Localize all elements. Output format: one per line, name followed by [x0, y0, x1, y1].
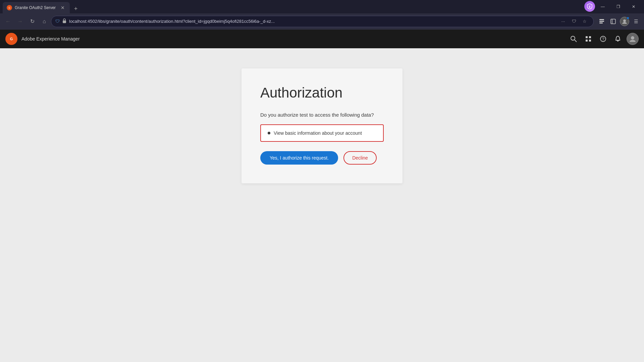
more-options-button[interactable]: ···: [558, 17, 568, 26]
reading-list-button[interactable]: [596, 16, 607, 27]
svg-rect-14: [586, 36, 588, 38]
svg-rect-17: [589, 40, 591, 42]
brave-shields-button[interactable]: 🛡: [569, 17, 579, 26]
home-button[interactable]: ⌂: [39, 16, 50, 27]
browser-window: G Granite OAuth2 Server ✕ + —: [0, 0, 644, 362]
minimize-button[interactable]: —: [595, 1, 610, 12]
svg-text:G: G: [10, 37, 13, 41]
shield-icon: 🛡: [55, 19, 60, 24]
brave-icon: [584, 1, 595, 12]
auth-title: Authorization: [260, 84, 384, 101]
address-bar-row: ← → ↻ ⌂ 🛡 localhost:4502/libs/granite/oa…: [0, 13, 644, 29]
svg-rect-4: [599, 19, 604, 20]
svg-rect-15: [589, 36, 591, 38]
aem-logo: G: [5, 33, 17, 45]
svg-rect-6: [599, 22, 603, 23]
maximize-button[interactable]: ❐: [610, 1, 626, 12]
search-icon[interactable]: [568, 33, 580, 45]
menu-button[interactable]: ☰: [631, 16, 641, 27]
profile-button[interactable]: [619, 16, 630, 27]
refresh-button[interactable]: ↻: [27, 16, 38, 27]
auth-card: Authorization Do you authorize test to a…: [241, 68, 402, 183]
svg-text:?: ?: [602, 37, 604, 42]
svg-point-20: [631, 36, 634, 40]
svg-point-12: [571, 36, 575, 40]
permission-bullet: [268, 132, 270, 134]
aem-nav-right: ?: [568, 33, 639, 45]
aem-navigation: G Adobe Experience Manager: [0, 29, 644, 48]
permission-text: View basic information about your accoun…: [274, 130, 362, 136]
auth-actions: Yes, I authorize this request. Decline: [260, 151, 384, 165]
forward-button[interactable]: →: [15, 16, 25, 27]
svg-rect-3: [63, 20, 66, 23]
svg-point-2: [589, 6, 590, 8]
address-actions: ··· 🛡 ☆: [558, 17, 589, 26]
close-button[interactable]: ✕: [626, 1, 641, 12]
window-controls: — ❐ ✕: [582, 1, 641, 12]
svg-point-9: [623, 19, 626, 22]
auth-question: Do you authorize test to access the foll…: [260, 112, 384, 118]
title-bar: G Granite OAuth2 Server ✕ + —: [0, 0, 644, 13]
url-text: localhost:4502/libs/granite/oauth/conten…: [69, 19, 556, 24]
tab-close-button[interactable]: ✕: [60, 5, 66, 11]
bookmark-button[interactable]: ☆: [580, 17, 589, 26]
active-tab[interactable]: G Granite OAuth2 Server ✕: [3, 2, 70, 13]
tab-favicon: G: [7, 5, 12, 10]
page-content: Authorization Do you authorize test to a…: [0, 48, 644, 362]
svg-rect-7: [611, 19, 615, 24]
address-bar[interactable]: 🛡 localhost:4502/libs/granite/oauth/cont…: [51, 16, 594, 27]
bell-icon[interactable]: [612, 33, 624, 45]
tab-area: G Granite OAuth2 Server ✕ +: [3, 0, 582, 13]
grid-icon[interactable]: [582, 33, 594, 45]
toolbar-right: ☰: [596, 16, 641, 27]
permission-item: View basic information about your accoun…: [268, 130, 376, 136]
aem-title: Adobe Experience Manager: [21, 36, 80, 42]
avatar[interactable]: [627, 33, 639, 45]
tab-title: Granite OAuth2 Server: [15, 5, 57, 10]
decline-button[interactable]: Decline: [343, 151, 377, 165]
authorize-button[interactable]: Yes, I authorize this request.: [260, 151, 338, 165]
help-icon[interactable]: ?: [597, 33, 609, 45]
back-button[interactable]: ←: [3, 16, 13, 27]
svg-text:G: G: [8, 7, 10, 9]
permissions-box: View basic information about your accoun…: [260, 124, 384, 142]
svg-rect-16: [586, 40, 588, 42]
svg-rect-5: [599, 21, 604, 22]
svg-line-13: [575, 40, 577, 42]
lock-icon: [62, 18, 66, 24]
new-tab-button[interactable]: +: [71, 4, 80, 13]
sidebar-button[interactable]: [608, 16, 619, 27]
